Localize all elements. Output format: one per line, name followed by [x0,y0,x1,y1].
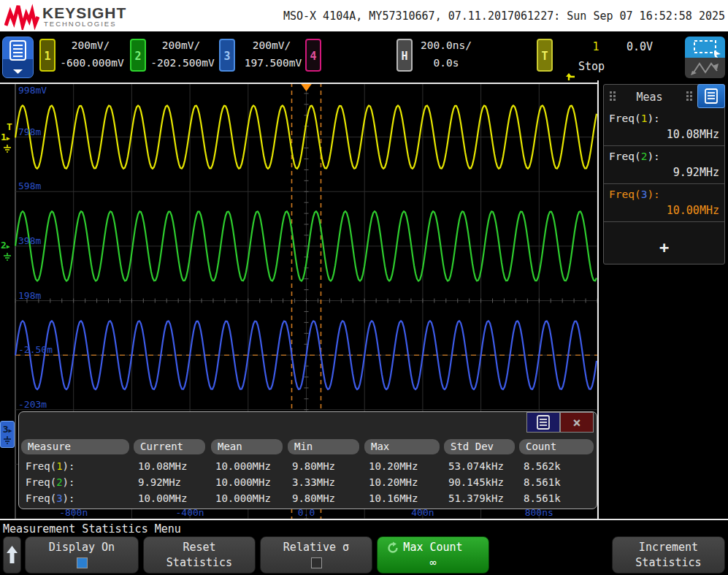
meas-label: Freq(1): [609,113,660,124]
keysight-spark-icon [4,2,39,30]
horizontal-button[interactable]: H [396,39,413,72]
display-on-button[interactable]: Display On [25,536,139,574]
close-icon[interactable]: × [560,412,594,433]
table-cell: 8.562k [524,458,561,474]
table-cell: 53.074kHz [448,458,504,474]
softkey-label: Reset [144,541,255,554]
channel-2-button[interactable]: 2 [130,39,146,72]
channel-3-button[interactable]: 3 [219,39,235,72]
relative-sigma-checkbox[interactable] [311,557,322,568]
channel-4-button[interactable]: 4 [305,39,321,72]
channel-1-button[interactable]: 1 [39,39,55,72]
column-header: Std Dev [444,439,515,454]
table-row-label: Freq(3): [26,490,74,506]
display-on-checkbox[interactable] [77,557,88,568]
header-bar: KEYSIGHT TECHNOLOGIES MSO-X 4104A, MY573… [0,0,728,31]
measurements-menu-button[interactable] [697,84,725,108]
column-header: Mean [211,439,283,454]
meas-row-freq2[interactable]: Freq(2): 9.92MHz [604,146,724,184]
ground-icon [3,253,12,261]
channel-3-offset: 197.500mV [238,57,308,69]
statistics-menu-button[interactable] [526,412,560,433]
horizontal-scale: 200.0ns/ [416,39,476,51]
trigger-level: 0.0V [619,40,660,53]
voltage-axis-label: 998mV [18,85,47,96]
back-up-button[interactable] [3,536,21,574]
trigger-source: 1 [589,40,603,53]
channel-2-ground-marker[interactable]: 2▶ [1,240,12,261]
logo-secondary-text: TECHNOLOGIES [44,20,117,28]
measurements-panel: Meas Freq(1): 10.08MHz Freq(2): 9.92MHz [603,84,725,264]
softkey-label: Increment [613,541,724,554]
channel-1-scale: 200mV/ [57,39,124,51]
voltage-axis-label: 198m [18,290,41,301]
ground-icon [3,436,12,444]
channel-3-ground-marker-selected[interactable]: 3▶ [0,421,15,448]
voltage-axis-label: 398m [18,235,41,246]
menu-title: Measurement Statistics Menu [3,522,181,536]
table-cell: 10.000MHz [215,474,271,490]
increment-statistics-button[interactable]: Increment Statistics [612,536,725,574]
table-cell: 10.000MHz [215,490,271,506]
channel-2-offset: -202.500mV [147,57,218,69]
table-cell: 10.00MHz [138,490,187,506]
channel-1-ground-marker[interactable]: 1▶ [1,132,12,153]
table-cell: 51.379kHz [448,490,504,506]
table-row-label: Freq(1): [26,458,74,474]
table-cell: 10.16MHz [369,490,418,506]
waveform-arrows-icon [685,58,725,78]
horizontal-delay: 0.0s [416,57,476,69]
reset-statistics-button[interactable]: Reset Statistics [143,536,256,574]
table-row-label: Freq(2): [26,474,74,490]
voltage-axis-label: 798m [18,126,41,137]
cycle-arrow-icon [386,541,399,555]
meas-row-freq3-selected[interactable]: Freq(3): 10.00MHz [604,184,724,222]
meas-row-freq1[interactable]: Freq(1): 10.08MHz [604,108,724,146]
model-serial-datetime: MSO-X 4104A, MY57310667, 07.11.201706122… [283,9,725,23]
main-menu-button[interactable] [2,37,34,78]
table-cell: 10.20MHz [369,458,418,474]
trigger-position-marker-icon [301,83,313,91]
table-cell: 8.561k [524,474,561,490]
table-cell: 9.80MHz [292,458,335,474]
zoom-rect-icon [685,37,725,58]
ground-icon [3,145,12,153]
table-cell: 3.33MHz [292,474,335,490]
meas-value: 10.00MHz [667,204,719,217]
table-cell: 90.145kHz [448,474,504,490]
column-header: Max [364,439,440,454]
meas-value: 9.92MHz [673,166,719,179]
softkey-label: Relative σ [261,541,372,554]
softkey-label: Statistics [144,556,255,569]
table-cell: 9.80MHz [292,490,335,506]
drag-handle-icon[interactable] [686,91,689,94]
measurements-panel-header[interactable]: Meas [604,85,724,108]
zoom-select-button[interactable] [685,37,725,58]
column-header: Min [288,439,359,454]
softkey-menu-bar: Measurement Statistics Menu Display On R… [0,519,728,575]
meas-label: Freq(2): [609,151,660,162]
max-count-value: ∞ [378,556,488,569]
waveform-compare-button[interactable] [685,58,725,78]
voltage-axis-label: -2.50m [18,344,53,355]
voltage-axis-label: -203m [18,399,47,410]
table-cell: 8.561k [524,490,561,506]
table-cell: 10.000MHz [215,458,271,474]
column-header: Count [519,439,594,454]
add-measurement-button[interactable]: + [604,238,724,256]
table-cell: 10.08MHz [138,458,187,474]
relative-sigma-button[interactable]: Relative σ [260,536,372,574]
menu-list-icon [3,37,33,77]
measurements-panel-title: Meas [604,91,695,104]
trigger-button[interactable]: T [537,39,553,72]
run-state-indicator: Stop [568,60,615,73]
sidebar-zone: Meas Freq(1): 10.08MHz Freq(2): 9.92MHz [597,80,728,519]
column-header: Measure [21,439,129,454]
softkey-label: Display On [26,541,138,554]
max-count-button[interactable]: Max Count ∞ [377,536,489,574]
column-header: Current [134,439,205,454]
channel-3-scale: 200mV/ [238,39,305,51]
trigger-level-marker[interactable]: T [7,122,12,132]
meas-label: Freq(3): [609,189,660,200]
oscilloscope-screen: KEYSIGHT TECHNOLOGIES MSO-X 4104A, MY573… [0,0,728,575]
